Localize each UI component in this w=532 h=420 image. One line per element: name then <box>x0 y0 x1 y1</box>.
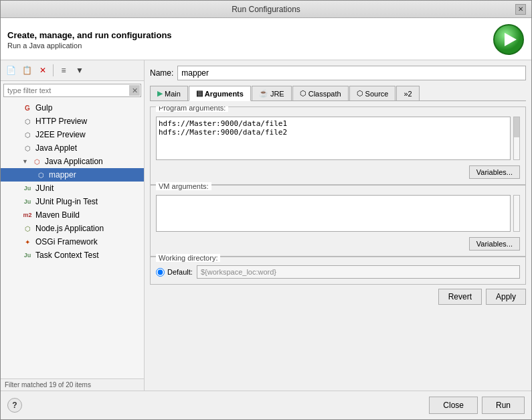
dropdown-icon: ▼ <box>76 66 84 75</box>
tab-classpath[interactable]: ⬡ Classpath <box>292 86 349 100</box>
tree-item-junit[interactable]: Ju JUnit <box>1 182 144 195</box>
tree-item-osgi[interactable]: ✦ OSGi Framework <box>1 235 144 249</box>
tree-item-label: Java Application <box>45 157 103 166</box>
mapper-icon: ⬡ <box>35 169 46 180</box>
tree-item-junit-plugin[interactable]: Ju JUnit Plug-in Test <box>1 195 144 208</box>
vm-args-variables-button[interactable]: Variables... <box>469 237 520 251</box>
tree-item-label: Maven Build <box>35 210 80 220</box>
junit-plugin-icon: Ju <box>22 196 33 207</box>
j2ee-preview-icon: ⬡ <box>22 129 33 140</box>
tree-item-java-applet[interactable]: ⬡ Java Applet <box>1 141 144 155</box>
bottom-buttons: Revert Apply <box>150 289 526 305</box>
tree-item-label: Java Applet <box>35 143 77 153</box>
left-panel: 📄 📋 ✕ ≡ ▼ ✕ <box>1 60 145 391</box>
default-radio-label[interactable]: Default: <box>156 268 193 277</box>
tree-item-label: mapper <box>49 170 76 180</box>
tab-jre[interactable]: ☕ JRE <box>252 86 292 100</box>
arguments-tab-icon: ▤ <box>196 89 203 98</box>
filter-icon: ≡ <box>61 66 66 75</box>
tree-item-j2ee-preview[interactable]: ⬡ J2EE Preview <box>1 128 144 141</box>
working-dir-row: Default: <box>156 265 520 279</box>
filter-box: ✕ <box>3 84 141 97</box>
right-panel: Name: ▶ Main ▤ Arguments ☕ JRE ⬡ <box>145 60 531 391</box>
footer-right: Close Run <box>429 397 525 414</box>
apply-button[interactable]: Apply <box>486 289 526 305</box>
new-icon: 📄 <box>6 66 16 75</box>
header-text: Create, manage, and run configurations R… <box>7 30 172 50</box>
close-button[interactable]: Close <box>429 397 478 414</box>
dialog-title: Run Configurations <box>17 5 515 14</box>
filter-status: Filter matched 19 of 20 items <box>1 378 144 391</box>
filter-input[interactable] <box>3 84 141 97</box>
tree-item-label: J2EE Preview <box>35 130 86 139</box>
program-args-textarea[interactable]: hdfs://Master:9000/data/file1 hdfs://Mas… <box>156 117 511 160</box>
tab-label: Classpath <box>308 90 341 98</box>
more-tab-label: »2 <box>404 90 412 98</box>
tree-item-http-preview[interactable]: ⬡ HTTP Preview <box>1 115 144 128</box>
default-label: Default: <box>167 268 193 276</box>
main-tab-icon: ▶ <box>157 89 163 98</box>
working-dir-legend: Working directory: <box>156 254 220 262</box>
tree-list: G Gulp ⬡ HTTP Preview ⬡ J2EE Preview ⬡ J… <box>1 100 144 378</box>
task-context-icon: Ju <box>22 250 33 261</box>
tree-item-gulp[interactable]: G Gulp <box>1 101 144 115</box>
java-application-icon: ⬡ <box>31 156 42 167</box>
program-args-group: Program arguments: hdfs://Master:9000/da… <box>150 107 526 185</box>
tab-main[interactable]: ▶ Main <box>150 86 188 100</box>
tab-label: Main <box>165 90 181 98</box>
dialog-close-button[interactable]: ✕ <box>515 4 526 15</box>
tree-item-label: JUnit <box>35 184 54 193</box>
tab-label: JRE <box>270 90 284 98</box>
name-input[interactable] <box>177 66 526 80</box>
tab-more[interactable]: »2 <box>396 86 419 100</box>
tree-item-label: Node.js Application <box>35 224 104 233</box>
name-row: Name: <box>150 66 526 80</box>
tab-label: Arguments <box>205 90 244 98</box>
header-section: Create, manage, and run configurations R… <box>1 18 531 60</box>
toolbar-separator <box>53 64 54 76</box>
help-button[interactable]: ? <box>7 398 22 413</box>
dialog-footer: ? Close Run <box>1 391 531 419</box>
vm-args-legend: VM arguments: <box>156 182 211 190</box>
java-applet-icon: ⬡ <box>22 143 33 153</box>
tree-item-java-application[interactable]: ▼ ⬡ Java Application <box>1 155 144 168</box>
source-tab-icon: ⬡ <box>357 89 363 98</box>
maven-icon: m2 <box>22 210 33 220</box>
delete-config-button[interactable]: ✕ <box>35 63 50 78</box>
junit-icon: Ju <box>22 183 33 194</box>
duplicate-config-button[interactable]: 📋 <box>19 63 34 78</box>
tab-arguments-content: Program arguments: hdfs://Master:9000/da… <box>150 107 526 385</box>
vm-args-textarea[interactable] <box>156 195 511 232</box>
run-icon <box>493 23 525 56</box>
program-args-variables-button[interactable]: Variables... <box>469 165 520 179</box>
new-config-button[interactable]: 📄 <box>3 63 18 78</box>
main-content: 📄 📋 ✕ ≡ ▼ ✕ <box>1 60 531 391</box>
run-button[interactable]: Run <box>482 397 525 414</box>
http-preview-icon: ⬡ <box>22 116 33 127</box>
dropdown-button[interactable]: ▼ <box>72 63 87 78</box>
jre-tab-icon: ☕ <box>259 89 268 98</box>
classpath-tab-icon: ⬡ <box>300 89 306 98</box>
duplicate-icon: 📋 <box>22 66 32 75</box>
gulp-icon: G <box>22 102 33 113</box>
tree-item-label: JUnit Plug-in Test <box>35 197 98 206</box>
footer-left: ? <box>7 398 22 413</box>
tree-item-task-context[interactable]: Ju Task Context Test <box>1 249 144 262</box>
tab-arguments[interactable]: ▤ Arguments <box>189 86 251 101</box>
tree-item-label: HTTP Preview <box>35 117 87 126</box>
tab-source[interactable]: ⬡ Source <box>349 86 396 100</box>
program-args-legend: Program arguments: <box>156 107 228 112</box>
expand-arrow-icon: ▼ <box>22 158 30 165</box>
default-radio[interactable] <box>156 268 165 277</box>
tree-item-maven[interactable]: m2 Maven Build <box>1 208 144 222</box>
revert-button[interactable]: Revert <box>438 289 482 305</box>
tree-item-nodejs[interactable]: ⬡ Node.js Application <box>1 222 144 235</box>
tree-item-mapper[interactable]: ⬡ mapper <box>1 168 144 182</box>
delete-icon: ✕ <box>39 66 46 75</box>
filter-clear-button[interactable]: ✕ <box>129 85 140 96</box>
name-label: Name: <box>150 68 173 78</box>
working-dir-input[interactable] <box>197 265 520 279</box>
toolbar: 📄 📋 ✕ ≡ ▼ <box>1 60 144 81</box>
filter-button[interactable]: ≡ <box>56 63 71 78</box>
tree-item-label: Gulp <box>35 103 52 113</box>
